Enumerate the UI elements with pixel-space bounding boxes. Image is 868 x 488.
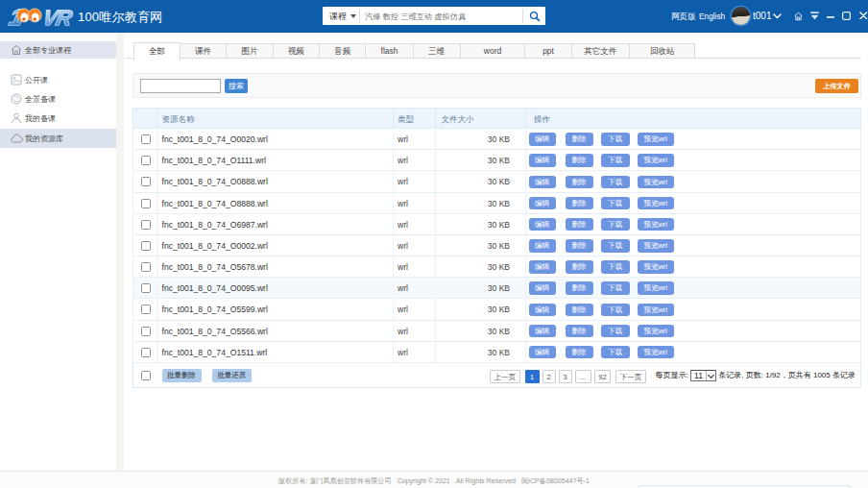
svg-text:VR: VR	[40, 7, 74, 29]
